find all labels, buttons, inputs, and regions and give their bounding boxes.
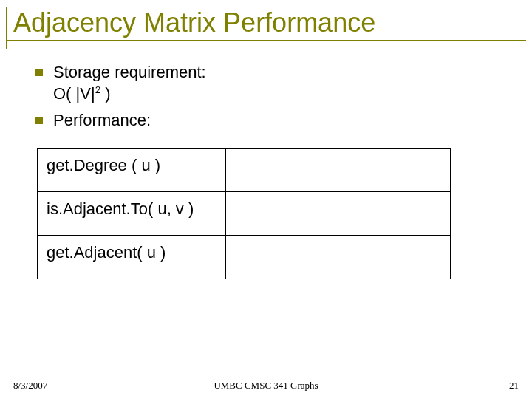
performance-table: get.Degree ( u ) is.Adjacent.To( u, v ) … [37,148,451,279]
slide: Adjacency Matrix Performance Storage req… [0,0,532,399]
footer-page: 21 [509,380,519,392]
storage-bigO-prefix: O( |V| [53,84,95,103]
title-left-rule [6,7,7,49]
op-cell: is.Adjacent.To( u, v ) [38,191,226,235]
value-cell [225,235,450,279]
performance-label: Performance: [53,111,151,129]
bullet-performance: Performance: [33,110,502,132]
op-cell: get.Adjacent( u ) [38,235,226,279]
footer-course: UMBC CMSC 341 Graphs [214,380,318,392]
table-row: get.Degree ( u ) [38,148,451,191]
slide-body: Storage requirement: O( |V|2 ) Performan… [0,41,532,279]
value-cell [225,191,450,235]
op-cell: get.Degree ( u ) [38,148,226,191]
footer: 8/3/2007 UMBC CMSC 341 Graphs 21 [0,380,532,392]
value-cell [225,148,450,191]
storage-text-line1: Storage requirement: [53,63,206,81]
table-row: get.Adjacent( u ) [38,235,451,279]
bullet-list: Storage requirement: O( |V|2 ) Performan… [33,62,502,132]
bullet-storage: Storage requirement: O( |V|2 ) [33,62,502,104]
storage-bigO-suffix: ) [100,84,110,103]
table-row: is.Adjacent.To( u, v ) [38,191,451,235]
title-area: Adjacency Matrix Performance [0,0,532,40]
footer-date: 8/3/2007 [13,380,47,392]
slide-title: Adjacency Matrix Performance [13,7,519,38]
